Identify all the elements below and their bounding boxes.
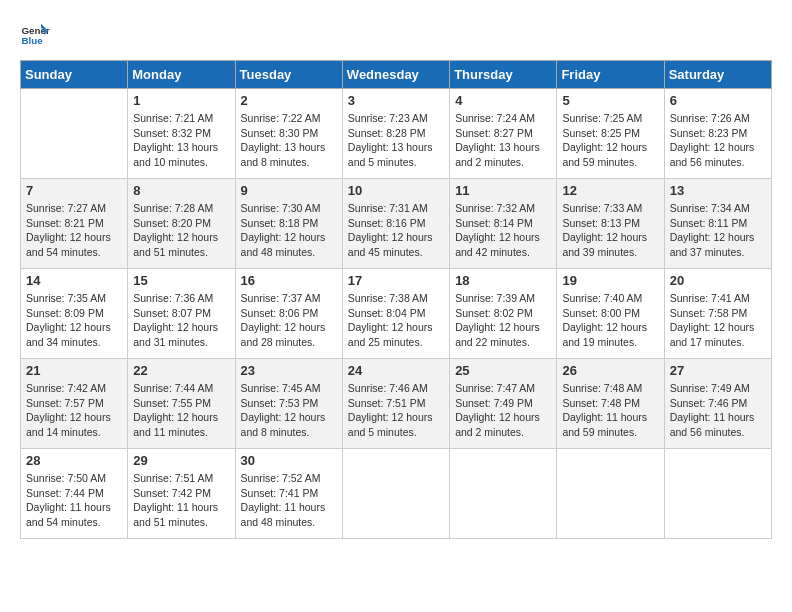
calendar-cell: 2Sunrise: 7:22 AMSunset: 8:30 PMDaylight… bbox=[235, 89, 342, 179]
day-info-line: Sunset: 7:42 PM bbox=[133, 487, 211, 499]
calendar-cell: 17Sunrise: 7:38 AMSunset: 8:04 PMDayligh… bbox=[342, 269, 449, 359]
day-info-line: Sunrise: 7:30 AM bbox=[241, 202, 321, 214]
day-number: 9 bbox=[241, 183, 337, 198]
day-number: 1 bbox=[133, 93, 229, 108]
day-info-line: Sunrise: 7:26 AM bbox=[670, 112, 750, 124]
day-info: Sunrise: 7:39 AMSunset: 8:02 PMDaylight:… bbox=[455, 291, 551, 350]
day-info-line: Daylight: 12 hours bbox=[348, 411, 433, 423]
day-info: Sunrise: 7:26 AMSunset: 8:23 PMDaylight:… bbox=[670, 111, 766, 170]
day-info: Sunrise: 7:48 AMSunset: 7:48 PMDaylight:… bbox=[562, 381, 658, 440]
day-info: Sunrise: 7:27 AMSunset: 8:21 PMDaylight:… bbox=[26, 201, 122, 260]
day-number: 17 bbox=[348, 273, 444, 288]
day-info: Sunrise: 7:30 AMSunset: 8:18 PMDaylight:… bbox=[241, 201, 337, 260]
day-info-line: Sunrise: 7:34 AM bbox=[670, 202, 750, 214]
day-number: 4 bbox=[455, 93, 551, 108]
day-info-line: and 8 minutes. bbox=[241, 426, 310, 438]
day-info-line: Sunset: 8:23 PM bbox=[670, 127, 748, 139]
day-info: Sunrise: 7:40 AMSunset: 8:00 PMDaylight:… bbox=[562, 291, 658, 350]
day-info-line: and 51 minutes. bbox=[133, 516, 208, 528]
day-info-line: and 10 minutes. bbox=[133, 156, 208, 168]
day-info-line: Daylight: 12 hours bbox=[241, 231, 326, 243]
day-info-line: Daylight: 12 hours bbox=[455, 411, 540, 423]
calendar-cell bbox=[557, 449, 664, 539]
calendar-cell: 24Sunrise: 7:46 AMSunset: 7:51 PMDayligh… bbox=[342, 359, 449, 449]
day-info-line: Sunrise: 7:52 AM bbox=[241, 472, 321, 484]
calendar-cell: 3Sunrise: 7:23 AMSunset: 8:28 PMDaylight… bbox=[342, 89, 449, 179]
day-info-line: Sunrise: 7:50 AM bbox=[26, 472, 106, 484]
day-number: 26 bbox=[562, 363, 658, 378]
day-info-line: Sunrise: 7:36 AM bbox=[133, 292, 213, 304]
day-info-line: Sunset: 8:07 PM bbox=[133, 307, 211, 319]
col-sunday: Sunday bbox=[21, 61, 128, 89]
day-info-line: Daylight: 11 hours bbox=[133, 501, 218, 513]
day-info-line: Sunset: 8:27 PM bbox=[455, 127, 533, 139]
day-info: Sunrise: 7:38 AMSunset: 8:04 PMDaylight:… bbox=[348, 291, 444, 350]
day-info-line: and 2 minutes. bbox=[455, 426, 524, 438]
day-info: Sunrise: 7:35 AMSunset: 8:09 PMDaylight:… bbox=[26, 291, 122, 350]
day-number: 2 bbox=[241, 93, 337, 108]
day-info-line: and 22 minutes. bbox=[455, 336, 530, 348]
day-info-line: and 48 minutes. bbox=[241, 516, 316, 528]
day-number: 30 bbox=[241, 453, 337, 468]
day-info-line: and 14 minutes. bbox=[26, 426, 101, 438]
calendar-week-5: 28Sunrise: 7:50 AMSunset: 7:44 PMDayligh… bbox=[21, 449, 772, 539]
day-info-line: Sunset: 8:21 PM bbox=[26, 217, 104, 229]
day-info-line: and 31 minutes. bbox=[133, 336, 208, 348]
calendar-cell: 6Sunrise: 7:26 AMSunset: 8:23 PMDaylight… bbox=[664, 89, 771, 179]
header-row: Sunday Monday Tuesday Wednesday Thursday… bbox=[21, 61, 772, 89]
col-thursday: Thursday bbox=[450, 61, 557, 89]
day-info-line: and 54 minutes. bbox=[26, 246, 101, 258]
day-info-line: and 59 minutes. bbox=[562, 426, 637, 438]
day-info: Sunrise: 7:32 AMSunset: 8:14 PMDaylight:… bbox=[455, 201, 551, 260]
day-info: Sunrise: 7:41 AMSunset: 7:58 PMDaylight:… bbox=[670, 291, 766, 350]
day-info-line: Daylight: 13 hours bbox=[241, 141, 326, 153]
day-number: 6 bbox=[670, 93, 766, 108]
day-info-line: Daylight: 12 hours bbox=[670, 231, 755, 243]
day-info-line: Sunrise: 7:28 AM bbox=[133, 202, 213, 214]
day-info-line: Sunset: 7:44 PM bbox=[26, 487, 104, 499]
day-info-line: Sunrise: 7:38 AM bbox=[348, 292, 428, 304]
day-info: Sunrise: 7:24 AMSunset: 8:27 PMDaylight:… bbox=[455, 111, 551, 170]
day-info-line: Sunset: 7:55 PM bbox=[133, 397, 211, 409]
day-number: 18 bbox=[455, 273, 551, 288]
calendar-cell: 5Sunrise: 7:25 AMSunset: 8:25 PMDaylight… bbox=[557, 89, 664, 179]
calendar-cell: 16Sunrise: 7:37 AMSunset: 8:06 PMDayligh… bbox=[235, 269, 342, 359]
day-info-line: Sunset: 8:16 PM bbox=[348, 217, 426, 229]
logo: General Blue bbox=[20, 20, 54, 50]
day-info: Sunrise: 7:23 AMSunset: 8:28 PMDaylight:… bbox=[348, 111, 444, 170]
day-info: Sunrise: 7:33 AMSunset: 8:13 PMDaylight:… bbox=[562, 201, 658, 260]
day-info-line: Sunrise: 7:48 AM bbox=[562, 382, 642, 394]
day-info-line: and 39 minutes. bbox=[562, 246, 637, 258]
day-info-line: Daylight: 11 hours bbox=[26, 501, 111, 513]
day-info-line: Sunset: 8:30 PM bbox=[241, 127, 319, 139]
day-info: Sunrise: 7:50 AMSunset: 7:44 PMDaylight:… bbox=[26, 471, 122, 530]
calendar-week-3: 14Sunrise: 7:35 AMSunset: 8:09 PMDayligh… bbox=[21, 269, 772, 359]
day-info-line: Daylight: 12 hours bbox=[241, 411, 326, 423]
day-info-line: Sunset: 8:28 PM bbox=[348, 127, 426, 139]
day-info-line: and 42 minutes. bbox=[455, 246, 530, 258]
calendar-cell: 11Sunrise: 7:32 AMSunset: 8:14 PMDayligh… bbox=[450, 179, 557, 269]
day-info-line: and 51 minutes. bbox=[133, 246, 208, 258]
calendar-cell: 22Sunrise: 7:44 AMSunset: 7:55 PMDayligh… bbox=[128, 359, 235, 449]
calendar-cell: 29Sunrise: 7:51 AMSunset: 7:42 PMDayligh… bbox=[128, 449, 235, 539]
day-number: 8 bbox=[133, 183, 229, 198]
day-info-line: Sunrise: 7:49 AM bbox=[670, 382, 750, 394]
calendar-cell: 30Sunrise: 7:52 AMSunset: 7:41 PMDayligh… bbox=[235, 449, 342, 539]
day-info-line: Sunset: 8:06 PM bbox=[241, 307, 319, 319]
day-info-line: Sunrise: 7:45 AM bbox=[241, 382, 321, 394]
day-info-line: Sunrise: 7:23 AM bbox=[348, 112, 428, 124]
day-info-line: Daylight: 12 hours bbox=[562, 231, 647, 243]
day-info-line: Sunrise: 7:42 AM bbox=[26, 382, 106, 394]
day-info-line: Sunset: 7:41 PM bbox=[241, 487, 319, 499]
page-header: General Blue bbox=[20, 20, 772, 50]
day-info-line: Daylight: 12 hours bbox=[133, 411, 218, 423]
day-info-line: Sunrise: 7:25 AM bbox=[562, 112, 642, 124]
day-info-line: Sunrise: 7:37 AM bbox=[241, 292, 321, 304]
day-info-line: Sunset: 8:14 PM bbox=[455, 217, 533, 229]
day-info-line: and 5 minutes. bbox=[348, 156, 417, 168]
day-number: 13 bbox=[670, 183, 766, 198]
calendar-cell: 12Sunrise: 7:33 AMSunset: 8:13 PMDayligh… bbox=[557, 179, 664, 269]
day-info: Sunrise: 7:44 AMSunset: 7:55 PMDaylight:… bbox=[133, 381, 229, 440]
calendar-cell bbox=[21, 89, 128, 179]
day-info: Sunrise: 7:51 AMSunset: 7:42 PMDaylight:… bbox=[133, 471, 229, 530]
